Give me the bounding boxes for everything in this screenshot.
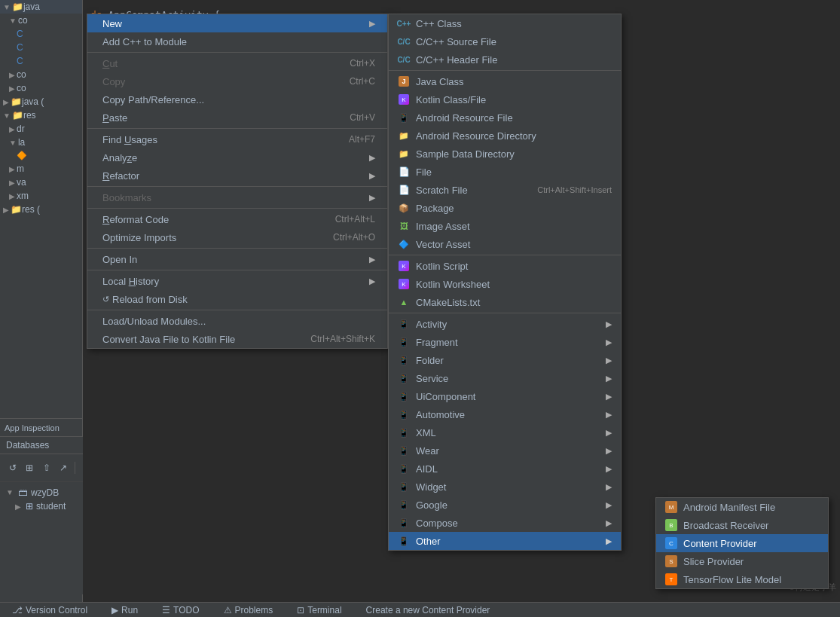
tree-file3[interactable]: C (0, 54, 82, 68)
tree-co3[interactable]: ▶ co (0, 81, 82, 95)
menu-android-manifest-label: Android Manifest File (683, 502, 775, 513)
menu-optimize-shortcut: Ctrl+Alt+O (333, 232, 375, 243)
android-resource-dir-icon: 📁 (398, 130, 410, 142)
menu-reformat[interactable]: Reformat Code Ctrl+Alt+L (87, 210, 387, 228)
menu-android-resource-dir[interactable]: 📁 Android Resource Directory (389, 127, 621, 145)
menu-folder[interactable]: 📱 Folder ▶ (389, 351, 621, 369)
menu-scratch-file[interactable]: 📄 Scratch File Ctrl+Alt+Shift+Insert (389, 181, 621, 199)
menu-google[interactable]: 📱 Google ▶ (389, 496, 621, 514)
menu-refactor[interactable]: Refactor ▶ (87, 166, 387, 185)
separator-2 (87, 128, 387, 129)
menu-compose[interactable]: 📱 Compose ▶ (389, 514, 621, 532)
menu-cut: Cut Ctrl+X (87, 54, 387, 72)
tree-dr[interactable]: ▶ dr (0, 122, 82, 136)
db-table-icon: ⊞ (26, 501, 33, 512)
menu-kotlin-worksheet[interactable]: K Kotlin Worksheet (389, 275, 621, 293)
tree-file2[interactable]: C (0, 41, 82, 54)
menu-fragment[interactable]: 📱 Fragment ▶ (389, 333, 621, 351)
automotive-icon: 📱 (398, 408, 410, 420)
menu-reload[interactable]: ↺ Reload from Disk (87, 290, 387, 308)
menu-widget[interactable]: 📱 Widget ▶ (389, 478, 621, 496)
menu-cpp-header-label: C/C++ Header File (416, 54, 497, 66)
menu-analyze[interactable]: Analyze ▶ (87, 148, 387, 166)
tree-va[interactable]: ▶ va (0, 176, 82, 189)
menu-local-history[interactable]: Local History ▶ (87, 272, 387, 290)
tree-file1[interactable]: C (0, 27, 82, 41)
menu-analyze-arrow: ▶ (369, 153, 375, 163)
menu-android-manifest[interactable]: M Android Manifest File (656, 498, 828, 516)
tree-res[interactable]: ▼ 📁 res (0, 108, 82, 122)
menu-slice-provider[interactable]: S Slice Provider (656, 552, 828, 570)
tab-run[interactable]: ▶ Run (105, 603, 144, 617)
menu-google-label: Google (416, 499, 447, 511)
tree-co2[interactable]: ▶ co (0, 68, 82, 81)
menu-broadcast-receiver-label: Broadcast Receiver (683, 520, 768, 531)
tab-todo[interactable]: ☰ TODO (156, 603, 205, 617)
menu-kotlin-class[interactable]: K Kotlin Class/File (389, 90, 621, 108)
menu-wear[interactable]: 📱 Wear ▶ (389, 441, 621, 460)
menu-optimize[interactable]: Optimize Imports Ctrl+Alt+O (87, 228, 387, 246)
terminal-icon: ⊡ (297, 605, 304, 615)
db-refresh-btn[interactable]: ↺ (6, 460, 20, 475)
menu-open-in[interactable]: Open In ▶ (87, 250, 387, 268)
db-export-btn[interactable]: ⇧ (40, 460, 53, 475)
menu-tensorflow[interactable]: T TensorFlow Lite Model (656, 570, 828, 588)
menu-find-usages-label: Find Usages (102, 134, 334, 145)
menu-paste-shortcut: Ctrl+V (350, 112, 375, 123)
tree-m[interactable]: ▶ m (0, 162, 82, 176)
tab-problems[interactable]: ⚠ Problems (218, 603, 279, 617)
menu-load-unload[interactable]: Load/Unload Modules... (87, 312, 387, 330)
menu-paste[interactable]: Paste Ctrl+V (87, 108, 387, 127)
tree-xm[interactable]: ▶ xm (0, 189, 82, 203)
other-arrow: ▶ (606, 536, 612, 546)
menu-automotive[interactable]: 📱 Automotive ▶ (389, 405, 621, 423)
menu-new[interactable]: New ▶ (87, 14, 387, 32)
menu-open-in-label: Open In (102, 254, 369, 265)
tree-co1[interactable]: ▼ co (0, 14, 82, 27)
menu-sample-data-dir[interactable]: 📁 Sample Data Directory (389, 145, 621, 163)
tab-version-control[interactable]: ⎇ Version Control (6, 603, 93, 617)
menu-aidl[interactable]: 📱 AIDL ▶ (389, 460, 621, 478)
menu-image-asset[interactable]: 🖼 Image Asset (389, 217, 621, 235)
menu-bookmarks-label: Bookmarks (102, 192, 369, 203)
tree-java[interactable]: ▼ 📁 java (0, 0, 82, 14)
tree-icon[interactable]: 🔶 (0, 149, 82, 162)
menu-file[interactable]: 📄 File (389, 163, 621, 181)
tab-terminal[interactable]: ⊡ Terminal (291, 603, 347, 617)
menu-add-cpp[interactable]: Add C++ to Module (87, 32, 387, 50)
status-bar: ⎇ Version Control ▶ Run ☰ TODO ⚠ Problem… (0, 602, 840, 617)
menu-content-provider[interactable]: C Content Provider (656, 534, 828, 552)
separator-5 (87, 248, 387, 249)
cmake-icon: ▲ (398, 296, 410, 308)
db-add-btn[interactable]: ⊞ (23, 460, 36, 475)
menu-copy-path[interactable]: Copy Path/Reference... (87, 90, 387, 108)
menu-copy: Copy Ctrl+C (87, 72, 387, 90)
menu-other[interactable]: 📱 Other ▶ (389, 532, 621, 550)
menu-android-resource-file[interactable]: 📱 Android Resource File (389, 108, 621, 127)
menu-activity[interactable]: 📱 Activity ▶ (389, 315, 621, 333)
other-icon: 📱 (398, 535, 410, 547)
tree-la[interactable]: ▼ la (0, 136, 82, 149)
tree-res2[interactable]: ▶ 📁 res ( (0, 203, 82, 216)
menu-vector-asset[interactable]: 🔷 Vector Asset (389, 235, 621, 253)
file-icon: 📄 (398, 166, 410, 178)
tree-java2[interactable]: ▶ 📁 java ( (0, 95, 82, 108)
menu-kotlin-script[interactable]: K Kotlin Script (389, 257, 621, 275)
menu-package[interactable]: 📦 Package (389, 199, 621, 217)
menu-java-class[interactable]: J Java Class (389, 72, 621, 90)
compose-arrow: ▶ (606, 518, 612, 528)
menu-convert-java[interactable]: Convert Java File to Kotlin File Ctrl+Al… (87, 330, 387, 348)
menu-cpp-class[interactable]: C++ C++ Class (389, 14, 621, 32)
menu-find-usages[interactable]: Find Usages Alt+F7 (87, 130, 387, 148)
menu-uicomponent[interactable]: 📱 UiComponent ▶ (389, 387, 621, 405)
menu-open-in-arrow: ▶ (369, 255, 375, 264)
google-icon: 📱 (398, 499, 410, 511)
db-open-btn[interactable]: ↗ (57, 460, 70, 475)
menu-service[interactable]: 📱 Service ▶ (389, 369, 621, 387)
menu-cmake[interactable]: ▲ CMakeLists.txt (389, 293, 621, 311)
menu-kotlin-worksheet-label: Kotlin Worksheet (416, 279, 490, 290)
menu-cpp-header[interactable]: C/C C/C++ Header File (389, 50, 621, 69)
menu-xml[interactable]: 📱 XML ▶ (389, 423, 621, 441)
menu-broadcast-receiver[interactable]: B Broadcast Receiver (656, 516, 828, 534)
menu-cpp-source[interactable]: C/C C/C++ Source File (389, 32, 621, 50)
